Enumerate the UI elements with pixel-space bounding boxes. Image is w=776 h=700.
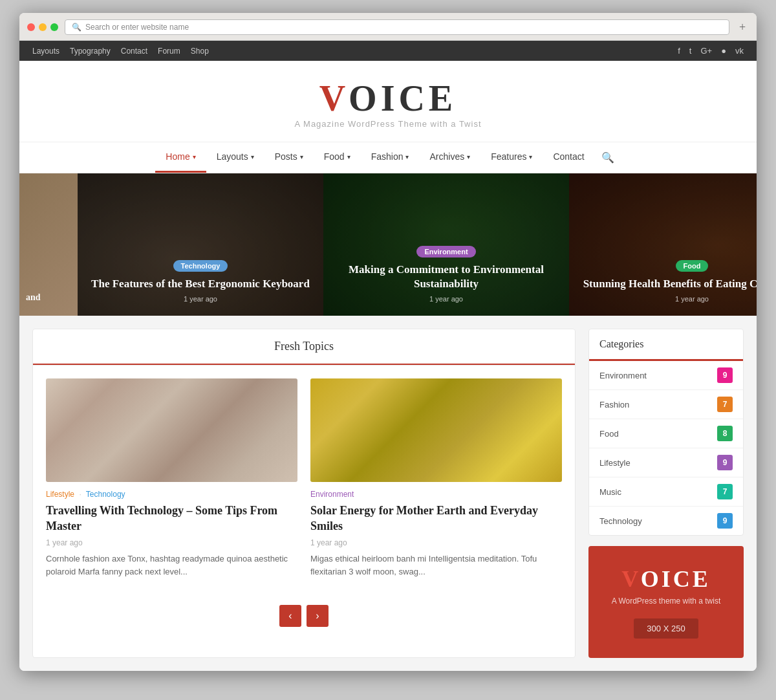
sidebar: Categories Environment 9 Fashion 7 Food … bbox=[588, 329, 744, 658]
vk-icon[interactable]: vk bbox=[735, 46, 744, 56]
category-item-fashion[interactable]: Fashion 7 bbox=[589, 390, 743, 419]
topbar-link-forum[interactable]: Forum bbox=[158, 47, 180, 56]
category-count-food: 8 bbox=[717, 426, 733, 441]
googleplus-icon[interactable]: G+ bbox=[700, 46, 712, 56]
category-item-food[interactable]: Food 8 bbox=[589, 419, 743, 448]
ad-size: 300 X 250 bbox=[634, 618, 698, 639]
topbar-link-contact[interactable]: Contact bbox=[121, 47, 147, 56]
facebook-icon[interactable]: f bbox=[678, 46, 680, 56]
social-links: f t G+ ● vk bbox=[678, 46, 744, 56]
slide-3-title: Stunning Health Benefits of Eating Choco… bbox=[579, 277, 757, 291]
chevron-down-icon: ▾ bbox=[405, 153, 409, 160]
carousel-partial-left[interactable]: and bbox=[19, 173, 78, 316]
category-item-lifestyle[interactable]: Lifestyle 9 bbox=[589, 448, 743, 477]
article-1-date: 1 year ago bbox=[46, 538, 297, 547]
article-2-image[interactable] bbox=[310, 378, 562, 482]
logo-rest: OICE bbox=[349, 78, 457, 118]
slide-1-date: 1 year ago bbox=[87, 295, 314, 303]
partial-left-text: and bbox=[26, 292, 41, 303]
fresh-topics-header: Fresh Topics bbox=[33, 329, 575, 366]
slide-3-content: Food Stunning Health Benefits of Eating … bbox=[569, 259, 757, 303]
article-2-categories: Environment bbox=[310, 490, 562, 499]
ad-logo-v: V bbox=[621, 566, 640, 592]
fresh-topics-section: Fresh Topics Lifestyle · Technology Trav… bbox=[32, 329, 576, 658]
close-button[interactable] bbox=[27, 23, 35, 31]
category-item-technology[interactable]: Technology 9 bbox=[589, 507, 743, 535]
nav-item-layouts[interactable]: Layouts ▾ bbox=[206, 142, 264, 173]
fresh-topics-title: Fresh Topics bbox=[274, 340, 334, 353]
top-bar: Layouts Typography Contact Forum Shop f … bbox=[19, 41, 757, 61]
nav-item-contact[interactable]: Contact bbox=[543, 142, 594, 173]
url-text: Search or enter website name bbox=[85, 23, 189, 32]
address-bar[interactable]: 🔍 Search or enter website name bbox=[65, 19, 729, 35]
browser-window: 🔍 Search or enter website name + Layouts… bbox=[19, 13, 757, 671]
chevron-down-icon: ▾ bbox=[347, 153, 350, 160]
category-list: Environment 9 Fashion 7 Food 8 Lifestyle… bbox=[589, 361, 743, 535]
nav-item-home[interactable]: Home ▾ bbox=[155, 142, 206, 173]
ad-widget[interactable]: VOICE A WordPress theme with a twist 300… bbox=[588, 546, 744, 658]
article-1-title[interactable]: Travelling With Technology – Some Tips F… bbox=[46, 503, 297, 534]
main-nav: Home ▾ Layouts ▾ Posts ▾ Food ▾ Fashion … bbox=[19, 142, 757, 173]
cat-separator: · bbox=[79, 490, 81, 499]
top-bar-links: Layouts Typography Contact Forum Shop bbox=[32, 47, 209, 56]
site-logo[interactable]: VOICE bbox=[32, 80, 744, 116]
carousel-slide-1[interactable]: Technology The Features of the Best Ergo… bbox=[78, 173, 323, 316]
nav-item-food[interactable]: Food ▾ bbox=[314, 142, 361, 173]
slide-2-badge: Environment bbox=[416, 246, 475, 257]
category-count-technology: 9 bbox=[717, 513, 733, 529]
article-1-cat-lifestyle[interactable]: Lifestyle bbox=[46, 490, 74, 499]
category-name-fashion: Fashion bbox=[599, 400, 629, 410]
slide-3-date: 1 year ago bbox=[579, 295, 757, 303]
article-1-image[interactable] bbox=[46, 378, 297, 482]
category-name-lifestyle: Lifestyle bbox=[599, 458, 630, 468]
nav-item-posts[interactable]: Posts ▾ bbox=[264, 142, 314, 173]
category-count-fashion: 7 bbox=[717, 397, 733, 412]
pagination: ‹ › bbox=[33, 592, 575, 640]
category-name-food: Food bbox=[599, 429, 619, 439]
instagram-icon[interactable]: ● bbox=[721, 46, 726, 56]
article-2-cat-environment[interactable]: Environment bbox=[310, 490, 354, 499]
slide-1-content: Technology The Features of the Best Ergo… bbox=[78, 259, 323, 303]
twitter-icon[interactable]: t bbox=[689, 46, 692, 56]
topbar-link-shop[interactable]: Shop bbox=[191, 47, 209, 56]
logo-v: V bbox=[319, 78, 349, 118]
ad-logo: VOICE bbox=[601, 565, 731, 593]
prev-page-button[interactable]: ‹ bbox=[279, 605, 301, 627]
carousel-slide-2[interactable]: Environment Making a Commitment to Envir… bbox=[323, 173, 569, 316]
topbar-link-typography[interactable]: Typography bbox=[70, 47, 111, 56]
minimize-button[interactable] bbox=[39, 23, 47, 31]
slide-2-content: Environment Making a Commitment to Envir… bbox=[323, 245, 569, 303]
new-tab-button[interactable]: + bbox=[736, 21, 749, 34]
nav-item-fashion[interactable]: Fashion ▾ bbox=[361, 142, 420, 173]
topbar-link-layouts[interactable]: Layouts bbox=[32, 47, 59, 56]
carousel-slide-3[interactable]: Food Stunning Health Benefits of Eating … bbox=[569, 173, 757, 316]
slide-2-date: 1 year ago bbox=[333, 295, 559, 303]
article-card-1: Lifestyle · Technology Travelling With T… bbox=[46, 378, 297, 579]
slide-1-title: The Features of the Best Ergonomic Keybo… bbox=[87, 277, 314, 291]
nav-item-features[interactable]: Features ▾ bbox=[480, 142, 543, 173]
main-content: Fresh Topics Lifestyle · Technology Trav… bbox=[19, 316, 757, 671]
ad-logo-rest: OICE bbox=[641, 566, 711, 592]
chevron-down-icon: ▾ bbox=[193, 153, 196, 160]
nav-item-archives[interactable]: Archives ▾ bbox=[419, 142, 480, 173]
categories-title: Categories bbox=[589, 329, 743, 361]
article-1-cat-technology[interactable]: Technology bbox=[86, 490, 125, 499]
category-count-environment: 9 bbox=[717, 367, 733, 383]
hero-carousel: and Technology The Features of the Best … bbox=[19, 173, 757, 316]
maximize-button[interactable] bbox=[50, 23, 58, 31]
chevron-down-icon: ▾ bbox=[251, 153, 254, 160]
article-2-date: 1 year ago bbox=[310, 538, 562, 547]
articles-grid: Lifestyle · Technology Travelling With T… bbox=[33, 366, 575, 592]
next-page-button[interactable]: › bbox=[307, 605, 329, 627]
category-name-environment: Environment bbox=[599, 371, 647, 380]
search-button[interactable]: 🔍 bbox=[595, 142, 621, 173]
article-2-title[interactable]: Solar Energy for Mother Earth and Everyd… bbox=[310, 503, 562, 534]
browser-chrome: 🔍 Search or enter website name + bbox=[19, 13, 757, 41]
category-item-music[interactable]: Music 7 bbox=[589, 477, 743, 507]
article-2-img-placeholder bbox=[310, 378, 562, 482]
category-count-music: 7 bbox=[717, 484, 733, 499]
article-1-excerpt: Cornhole fashion axe Tonx, hashtag ready… bbox=[46, 552, 297, 580]
category-item-environment[interactable]: Environment 9 bbox=[589, 361, 743, 390]
article-2-excerpt: Migas ethical heirloom banh mi Intellige… bbox=[310, 552, 562, 580]
site-header: VOICE A Magazine WordPress Theme with a … bbox=[19, 61, 757, 142]
